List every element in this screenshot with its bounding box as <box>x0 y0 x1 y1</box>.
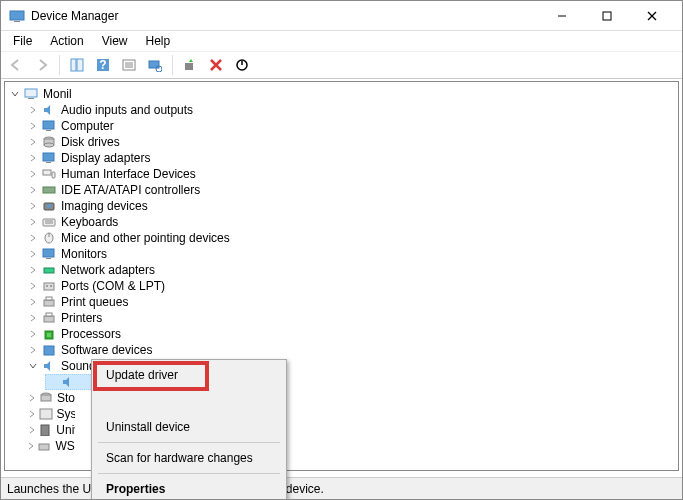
uninstall-button[interactable] <box>205 54 227 76</box>
tree-category[interactable]: Print queues <box>5 294 678 310</box>
svg-rect-53 <box>41 425 49 436</box>
tree-label: Syst <box>57 407 76 421</box>
svg-rect-0 <box>10 11 24 20</box>
tree-category[interactable]: Mice and other pointing devices <box>5 230 678 246</box>
menu-file[interactable]: File <box>5 32 40 50</box>
tree-category[interactable]: Computer <box>5 118 678 134</box>
category-icon <box>38 423 52 437</box>
tree-label: Keyboards <box>61 215 118 229</box>
category-icon <box>41 199 57 213</box>
tree-category[interactable]: Univ <box>5 422 75 438</box>
expand-icon[interactable] <box>27 152 39 164</box>
tree-category[interactable]: Processors <box>5 326 678 342</box>
expand-icon[interactable] <box>9 88 21 100</box>
expand-icon[interactable] <box>27 168 39 180</box>
disable-button[interactable] <box>231 54 253 76</box>
tree-category[interactable]: Keyboards <box>5 214 678 230</box>
tree-category[interactable]: Stor <box>5 390 75 406</box>
expand-icon[interactable] <box>27 296 39 308</box>
tree-device-selected[interactable] <box>45 374 95 390</box>
tree-label: Monitors <box>61 247 107 261</box>
help-button[interactable]: ? <box>92 54 114 76</box>
forward-button[interactable] <box>31 54 53 76</box>
maximize-button[interactable] <box>584 1 629 30</box>
expand-icon[interactable] <box>27 200 39 212</box>
tree-label: Software devices <box>61 343 152 357</box>
menu-action[interactable]: Action <box>42 32 91 50</box>
expand-icon[interactable] <box>27 392 37 404</box>
tree-category[interactable]: Network adapters <box>5 262 678 278</box>
category-icon <box>41 103 57 117</box>
tree-label: Univ <box>56 423 75 437</box>
tree-category[interactable]: Syst <box>5 406 75 422</box>
svg-rect-26 <box>46 162 51 163</box>
expand-icon[interactable] <box>27 328 39 340</box>
tree-category[interactable]: Ports (COM & LPT) <box>5 278 678 294</box>
category-icon <box>41 183 57 197</box>
expand-icon[interactable] <box>27 216 39 228</box>
svg-point-31 <box>47 204 51 208</box>
back-button[interactable] <box>5 54 27 76</box>
scan-button[interactable] <box>144 54 166 76</box>
expand-icon[interactable] <box>27 424 36 436</box>
category-icon <box>41 247 57 261</box>
tree-category[interactable]: Audio inputs and outputs <box>5 102 678 118</box>
expand-icon[interactable] <box>27 344 39 356</box>
update-driver-button[interactable] <box>179 54 201 76</box>
expand-icon[interactable] <box>27 312 39 324</box>
minimize-button[interactable] <box>539 1 584 30</box>
ctx-properties[interactable]: Properties <box>94 476 284 500</box>
tree-category[interactable]: Software devices <box>5 342 678 358</box>
tree-category[interactable]: Printers <box>5 310 678 326</box>
ctx-scan-hardware[interactable]: Scan for hardware changes <box>94 445 284 471</box>
expand-icon[interactable] <box>27 248 39 260</box>
svg-point-24 <box>44 143 54 147</box>
tree-label: Computer <box>61 119 114 133</box>
tree-root[interactable]: Monil <box>5 86 678 102</box>
expand-icon[interactable] <box>27 360 39 372</box>
category-icon <box>41 215 57 229</box>
menu-help[interactable]: Help <box>138 32 179 50</box>
expand-icon[interactable] <box>27 104 39 116</box>
ctx-uninstall-device[interactable]: Uninstall device <box>94 414 284 440</box>
category-icon <box>41 295 57 309</box>
toolbar: ? <box>1 51 682 79</box>
expand-icon[interactable] <box>27 408 37 420</box>
computer-icon <box>23 87 39 101</box>
expand-icon[interactable] <box>27 232 39 244</box>
tree-category[interactable]: Display adapters <box>5 150 678 166</box>
tree-category[interactable]: Imaging devices <box>5 198 678 214</box>
tree-category[interactable]: Disk drives <box>5 134 678 150</box>
title-bar: Device Manager <box>1 1 682 31</box>
tree-category[interactable]: Monitors <box>5 246 678 262</box>
expand-icon[interactable] <box>27 136 39 148</box>
show-hide-button[interactable] <box>66 54 88 76</box>
expand-icon[interactable] <box>27 440 35 452</box>
sound-icon <box>41 359 57 373</box>
svg-rect-52 <box>40 409 52 419</box>
tree-label: Audio inputs and outputs <box>61 103 193 117</box>
expand-icon[interactable] <box>27 264 39 276</box>
tree-label: Ports (COM & LPT) <box>61 279 165 293</box>
svg-rect-21 <box>46 130 51 131</box>
svg-rect-20 <box>43 121 54 129</box>
close-button[interactable] <box>629 1 674 30</box>
details-button[interactable] <box>118 54 140 76</box>
menu-view[interactable]: View <box>94 32 136 50</box>
tree-category[interactable]: WSD <box>5 438 75 454</box>
context-menu: Update driver Disable device Uninstall d… <box>91 359 287 500</box>
category-icon <box>39 407 53 421</box>
category-icon <box>39 391 53 405</box>
tree-category[interactable]: Human Interface Devices <box>5 166 678 182</box>
svg-rect-45 <box>44 316 54 322</box>
tree-label: Imaging devices <box>61 199 148 213</box>
expand-icon[interactable] <box>27 280 39 292</box>
category-icon <box>41 263 57 277</box>
svg-rect-16 <box>185 63 193 70</box>
svg-rect-38 <box>46 258 51 259</box>
ctx-update-driver[interactable]: Update driver <box>94 362 284 388</box>
expand-icon[interactable] <box>27 120 39 132</box>
expand-icon[interactable] <box>27 184 39 196</box>
tree-category[interactable]: IDE ATA/ATAPI controllers <box>5 182 678 198</box>
tree-label: Display adapters <box>61 151 150 165</box>
